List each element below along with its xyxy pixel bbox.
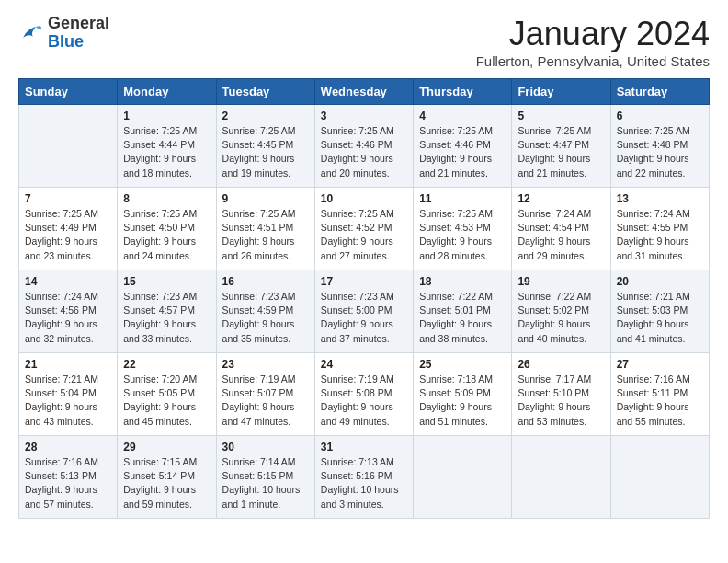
calendar-cell: 14Sunrise: 7:24 AM Sunset: 4:56 PM Dayli… xyxy=(19,270,118,353)
calendar-cell: 30Sunrise: 7:14 AM Sunset: 5:15 PM Dayli… xyxy=(216,436,314,519)
day-info: Sunrise: 7:16 AM Sunset: 5:11 PM Dayligh… xyxy=(617,373,703,429)
day-info: Sunrise: 7:25 AM Sunset: 4:48 PM Dayligh… xyxy=(617,124,703,180)
calendar-header: SundayMondayTuesdayWednesdayThursdayFrid… xyxy=(19,79,710,105)
calendar-cell: 13Sunrise: 7:24 AM Sunset: 4:55 PM Dayli… xyxy=(610,188,709,270)
day-info: Sunrise: 7:24 AM Sunset: 4:54 PM Dayligh… xyxy=(518,207,604,263)
calendar-cell: 10Sunrise: 7:25 AM Sunset: 4:52 PM Dayli… xyxy=(314,188,413,270)
day-number: 26 xyxy=(518,358,604,371)
day-number: 17 xyxy=(321,275,407,288)
day-number: 30 xyxy=(222,441,309,454)
calendar-cell: 23Sunrise: 7:19 AM Sunset: 5:07 PM Dayli… xyxy=(216,353,314,436)
day-number: 11 xyxy=(419,192,506,205)
week-row-2: 7Sunrise: 7:25 AM Sunset: 4:49 PM Daylig… xyxy=(19,188,710,270)
calendar-cell: 1Sunrise: 7:25 AM Sunset: 4:44 PM Daylig… xyxy=(118,105,216,188)
day-number: 8 xyxy=(123,192,210,205)
day-number: 25 xyxy=(419,358,506,371)
day-info: Sunrise: 7:22 AM Sunset: 5:01 PM Dayligh… xyxy=(419,290,506,346)
calendar-cell: 2Sunrise: 7:25 AM Sunset: 4:45 PM Daylig… xyxy=(216,105,314,188)
day-number: 4 xyxy=(419,109,506,122)
calendar-cell: 9Sunrise: 7:25 AM Sunset: 4:51 PM Daylig… xyxy=(216,188,314,270)
month-title: January 2024 xyxy=(476,15,710,53)
day-number: 10 xyxy=(321,192,407,205)
logo-general: General xyxy=(48,14,109,32)
calendar-cell: 24Sunrise: 7:19 AM Sunset: 5:08 PM Dayli… xyxy=(314,353,413,436)
day-number: 9 xyxy=(222,192,309,205)
day-number: 24 xyxy=(321,358,407,371)
week-row-1: 1Sunrise: 7:25 AM Sunset: 4:44 PM Daylig… xyxy=(19,105,710,188)
logo-bird-icon xyxy=(18,20,44,46)
day-info: Sunrise: 7:21 AM Sunset: 5:04 PM Dayligh… xyxy=(25,373,111,429)
weekday-header-monday: Monday xyxy=(118,79,216,105)
calendar-cell: 28Sunrise: 7:16 AM Sunset: 5:13 PM Dayli… xyxy=(19,436,118,519)
day-number: 7 xyxy=(25,192,111,205)
day-info: Sunrise: 7:25 AM Sunset: 4:49 PM Dayligh… xyxy=(25,207,111,263)
day-number: 20 xyxy=(617,275,703,288)
weekday-header-row: SundayMondayTuesdayWednesdayThursdayFrid… xyxy=(19,79,710,105)
day-number: 5 xyxy=(518,109,604,122)
day-info: Sunrise: 7:16 AM Sunset: 5:13 PM Dayligh… xyxy=(25,455,111,511)
calendar-cell: 19Sunrise: 7:22 AM Sunset: 5:02 PM Dayli… xyxy=(512,270,610,353)
calendar-cell xyxy=(414,436,512,519)
weekday-header-wednesday: Wednesday xyxy=(314,79,413,105)
calendar-cell: 18Sunrise: 7:22 AM Sunset: 5:01 PM Dayli… xyxy=(414,270,512,353)
calendar-body: 1Sunrise: 7:25 AM Sunset: 4:44 PM Daylig… xyxy=(19,105,710,519)
day-info: Sunrise: 7:20 AM Sunset: 5:05 PM Dayligh… xyxy=(123,373,210,429)
calendar-cell: 16Sunrise: 7:23 AM Sunset: 4:59 PM Dayli… xyxy=(216,270,314,353)
weekday-header-sunday: Sunday xyxy=(19,79,118,105)
calendar-cell: 20Sunrise: 7:21 AM Sunset: 5:03 PM Dayli… xyxy=(610,270,709,353)
title-block: January 2024 Fullerton, Pennsylvania, Un… xyxy=(476,15,710,69)
day-info: Sunrise: 7:25 AM Sunset: 4:50 PM Dayligh… xyxy=(123,207,210,263)
day-info: Sunrise: 7:19 AM Sunset: 5:07 PM Dayligh… xyxy=(222,373,309,429)
day-info: Sunrise: 7:18 AM Sunset: 5:09 PM Dayligh… xyxy=(419,373,506,429)
day-info: Sunrise: 7:15 AM Sunset: 5:14 PM Dayligh… xyxy=(123,455,210,511)
day-number: 14 xyxy=(25,275,111,288)
day-info: Sunrise: 7:13 AM Sunset: 5:16 PM Dayligh… xyxy=(321,455,407,511)
logo-blue: Blue xyxy=(48,32,84,51)
day-number: 27 xyxy=(617,358,703,371)
calendar-cell: 12Sunrise: 7:24 AM Sunset: 4:54 PM Dayli… xyxy=(512,188,610,270)
calendar-cell: 4Sunrise: 7:25 AM Sunset: 4:46 PM Daylig… xyxy=(414,105,512,188)
day-info: Sunrise: 7:25 AM Sunset: 4:45 PM Dayligh… xyxy=(222,124,309,180)
weekday-header-friday: Friday xyxy=(512,79,610,105)
calendar-cell: 27Sunrise: 7:16 AM Sunset: 5:11 PM Dayli… xyxy=(610,353,709,436)
day-info: Sunrise: 7:23 AM Sunset: 5:00 PM Dayligh… xyxy=(321,290,407,346)
day-number: 21 xyxy=(25,358,111,371)
day-number: 13 xyxy=(617,192,703,205)
day-number: 19 xyxy=(518,275,604,288)
day-number: 31 xyxy=(321,441,407,454)
calendar-cell: 3Sunrise: 7:25 AM Sunset: 4:46 PM Daylig… xyxy=(314,105,413,188)
day-info: Sunrise: 7:24 AM Sunset: 4:56 PM Dayligh… xyxy=(25,290,111,346)
calendar-cell: 22Sunrise: 7:20 AM Sunset: 5:05 PM Dayli… xyxy=(118,353,216,436)
day-number: 6 xyxy=(617,109,703,122)
day-info: Sunrise: 7:19 AM Sunset: 5:08 PM Dayligh… xyxy=(321,373,407,429)
calendar-cell xyxy=(512,436,610,519)
calendar-cell: 26Sunrise: 7:17 AM Sunset: 5:10 PM Dayli… xyxy=(512,353,610,436)
page-header: General Blue January 2024 Fullerton, Pen… xyxy=(18,15,710,69)
weekday-header-thursday: Thursday xyxy=(414,79,512,105)
day-info: Sunrise: 7:22 AM Sunset: 5:02 PM Dayligh… xyxy=(518,290,604,346)
calendar-cell: 11Sunrise: 7:25 AM Sunset: 4:53 PM Dayli… xyxy=(414,188,512,270)
day-info: Sunrise: 7:25 AM Sunset: 4:47 PM Dayligh… xyxy=(518,124,604,180)
day-number: 2 xyxy=(222,109,309,122)
calendar-cell: 29Sunrise: 7:15 AM Sunset: 5:14 PM Dayli… xyxy=(118,436,216,519)
day-number: 23 xyxy=(222,358,309,371)
week-row-4: 21Sunrise: 7:21 AM Sunset: 5:04 PM Dayli… xyxy=(19,353,710,436)
day-info: Sunrise: 7:21 AM Sunset: 5:03 PM Dayligh… xyxy=(617,290,703,346)
week-row-3: 14Sunrise: 7:24 AM Sunset: 4:56 PM Dayli… xyxy=(19,270,710,353)
calendar-cell: 17Sunrise: 7:23 AM Sunset: 5:00 PM Dayli… xyxy=(314,270,413,353)
day-info: Sunrise: 7:25 AM Sunset: 4:46 PM Dayligh… xyxy=(419,124,506,180)
day-number: 28 xyxy=(25,441,111,454)
calendar-cell: 8Sunrise: 7:25 AM Sunset: 4:50 PM Daylig… xyxy=(118,188,216,270)
weekday-header-saturday: Saturday xyxy=(610,79,709,105)
day-number: 29 xyxy=(123,441,210,454)
day-number: 18 xyxy=(419,275,506,288)
calendar-cell: 25Sunrise: 7:18 AM Sunset: 5:09 PM Dayli… xyxy=(414,353,512,436)
day-number: 1 xyxy=(123,109,210,122)
day-number: 22 xyxy=(123,358,210,371)
day-info: Sunrise: 7:25 AM Sunset: 4:52 PM Dayligh… xyxy=(321,207,407,263)
calendar-table: SundayMondayTuesdayWednesdayThursdayFrid… xyxy=(18,78,710,519)
logo-text: General Blue xyxy=(48,15,109,52)
calendar-cell: 6Sunrise: 7:25 AM Sunset: 4:48 PM Daylig… xyxy=(610,105,709,188)
day-info: Sunrise: 7:25 AM Sunset: 4:53 PM Dayligh… xyxy=(419,207,506,263)
day-info: Sunrise: 7:17 AM Sunset: 5:10 PM Dayligh… xyxy=(518,373,604,429)
